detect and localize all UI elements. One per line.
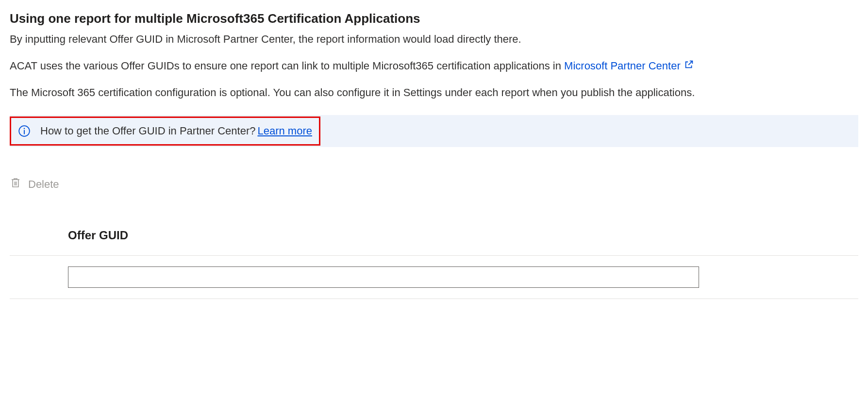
section-heading: Using one report for multiple Microsoft3… [10,10,858,27]
table-row [10,256,858,299]
delete-label: Delete [28,177,59,192]
external-link-icon [684,60,694,72]
intro-paragraph: By inputting relevant Offer GUID in Micr… [10,31,858,47]
partner-center-link-text: Microsoft Partner Center [564,60,681,72]
info-bar-text: How to get the Offer GUID in Partner Cen… [40,124,255,139]
svg-point-1 [24,128,25,130]
offer-guid-input[interactable] [68,266,699,288]
info-bar-highlight: How to get the Offer GUID in Partner Cen… [10,116,320,146]
guid-paragraph-text: ACAT uses the various Offer GUIDs to ens… [10,60,564,72]
delete-button[interactable]: Delete [10,176,858,193]
trash-icon [10,176,21,193]
partner-center-link[interactable]: Microsoft Partner Center [564,60,694,72]
info-icon [18,125,31,137]
info-bar: How to get the Offer GUID in Partner Cen… [10,115,858,147]
offer-guid-column-header: Offer GUID [10,227,858,244]
config-paragraph: The Microsoft 365 certification configur… [10,84,858,100]
svg-rect-2 [24,130,25,134]
guid-paragraph: ACAT uses the various Offer GUIDs to ens… [10,58,858,74]
learn-more-link[interactable]: Learn more [257,124,312,139]
